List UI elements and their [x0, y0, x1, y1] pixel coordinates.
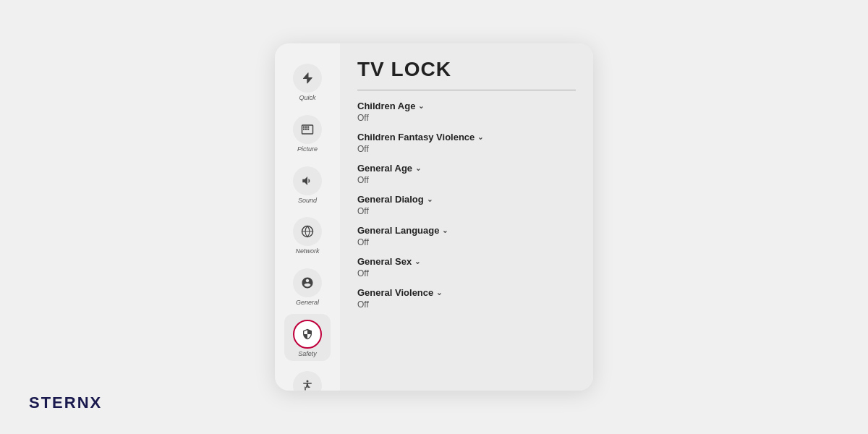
brand-logo: STERNX [29, 393, 102, 412]
setting-general-age[interactable]: General Age ⌄ Off [357, 163, 576, 185]
chevron-general-dialog: ⌄ [427, 195, 433, 203]
setting-children-fantasy-violence[interactable]: Children Fantasy Violence ⌄ Off [357, 132, 576, 154]
sidebar-item-quick[interactable]: Quick [284, 58, 331, 105]
setting-value-children-fantasy-violence: Off [357, 144, 576, 154]
svg-rect-1 [303, 126, 305, 127]
main-content: TV LOCK Children Age ⌄ Off Children Fant… [340, 43, 593, 391]
setting-value-general-dialog: Off [357, 206, 576, 216]
setting-value-children-age: Off [357, 113, 576, 123]
chevron-general-age: ⌄ [415, 164, 421, 172]
setting-children-age[interactable]: Children Age ⌄ Off [357, 101, 576, 123]
setting-label-general-violence[interactable]: General Violence ⌄ [357, 287, 576, 298]
setting-general-sex[interactable]: General Sex ⌄ Off [357, 256, 576, 278]
svg-rect-5 [305, 128, 307, 129]
setting-value-general-sex: Off [357, 268, 576, 278]
setting-general-dialog[interactable]: General Dialog ⌄ Off [357, 194, 576, 216]
chevron-children-age: ⌄ [418, 102, 424, 110]
accessibility-icon [293, 371, 322, 391]
svg-rect-6 [307, 128, 309, 129]
safety-icon [293, 320, 322, 349]
svg-point-8 [307, 380, 309, 382]
page-title: TV LOCK [357, 58, 576, 81]
sidebar-item-safety[interactable]: Safety [284, 314, 331, 361]
sidebar-item-general[interactable]: General [284, 263, 331, 310]
svg-rect-2 [305, 126, 307, 127]
sidebar-item-sound[interactable]: Sound [284, 161, 331, 208]
network-icon [293, 217, 322, 246]
chevron-general-language: ⌄ [442, 226, 448, 234]
setting-value-general-violence: Off [357, 299, 576, 310]
main-panel: Quick Picture Sound Network General [275, 43, 593, 391]
sidebar-label-quick: Quick [299, 94, 315, 102]
setting-label-children-age[interactable]: Children Age ⌄ [357, 101, 576, 111]
chevron-general-sex: ⌄ [414, 258, 420, 265]
sound-icon [293, 166, 322, 195]
chevron-children-fantasy-violence: ⌄ [477, 133, 483, 141]
setting-label-general-language[interactable]: General Language ⌄ [357, 225, 576, 236]
sidebar-label-general: General [296, 299, 319, 307]
sidebar-label-picture: Picture [297, 145, 318, 153]
svg-rect-4 [303, 128, 305, 129]
setting-value-general-age: Off [357, 175, 576, 185]
sidebar-item-network[interactable]: Network [284, 211, 331, 258]
setting-value-general-language: Off [357, 237, 576, 247]
setting-label-general-sex[interactable]: General Sex ⌄ [357, 256, 576, 267]
picture-icon [293, 115, 322, 144]
general-icon [293, 268, 322, 297]
sidebar-item-accessibility[interactable]: Accessibility [284, 365, 331, 391]
sidebar: Quick Picture Sound Network General [275, 43, 340, 391]
setting-label-general-dialog[interactable]: General Dialog ⌄ [357, 194, 576, 205]
svg-rect-3 [307, 126, 309, 127]
quick-icon [293, 64, 322, 93]
sidebar-label-safety: Safety [298, 350, 317, 358]
sidebar-label-sound: Sound [298, 197, 317, 205]
setting-label-general-age[interactable]: General Age ⌄ [357, 163, 576, 174]
setting-label-children-fantasy-violence[interactable]: Children Fantasy Violence ⌄ [357, 132, 576, 142]
sidebar-label-network: Network [295, 247, 319, 255]
setting-general-language[interactable]: General Language ⌄ Off [357, 225, 576, 247]
sidebar-item-picture[interactable]: Picture [284, 109, 331, 156]
setting-general-violence[interactable]: General Violence ⌄ Off [357, 287, 576, 310]
section-divider [357, 90, 576, 90]
chevron-general-violence: ⌄ [436, 289, 442, 297]
